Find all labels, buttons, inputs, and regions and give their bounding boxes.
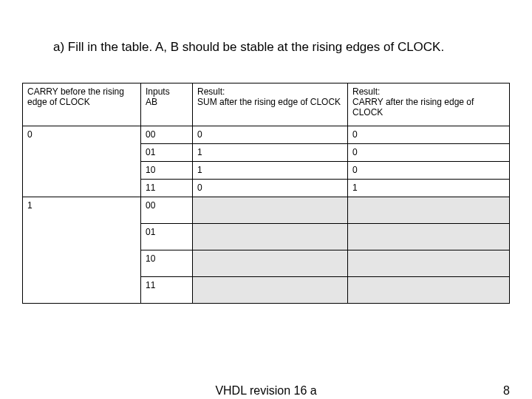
- cell-sum-blank: [193, 224, 348, 250]
- cell-carry-before-0: 0: [23, 126, 141, 197]
- cell-sum-blank: [193, 197, 348, 224]
- cell-sum: 0: [193, 180, 348, 197]
- cell-ab: 11: [141, 180, 193, 197]
- cell-carry: 0: [348, 126, 510, 144]
- header-carry-before: CARRY before the rising edge of CLOCK: [23, 83, 141, 126]
- cell-carry-blank: [348, 197, 510, 224]
- cell-sum: 1: [193, 144, 348, 162]
- cell-carry-blank: [348, 224, 510, 250]
- cell-ab: 10: [141, 250, 193, 277]
- page-number: 8: [503, 384, 510, 398]
- header-carry-after: Result: CARRY after the rising edge of C…: [348, 83, 510, 126]
- cell-carry-blank: [348, 277, 510, 304]
- cell-ab: 11: [141, 277, 193, 304]
- question-title: a) Fill in the table. A, B should be sta…: [0, 0, 532, 55]
- cell-carry: 0: [348, 144, 510, 162]
- cell-ab: 00: [141, 197, 193, 224]
- truth-table-wrapper: CARRY before the rising edge of CLOCK In…: [0, 55, 532, 304]
- cell-ab: 01: [141, 224, 193, 250]
- cell-ab: 10: [141, 162, 193, 180]
- cell-ab: 00: [141, 126, 193, 144]
- cell-sum-blank: [193, 277, 348, 304]
- cell-sum: 0: [193, 126, 348, 144]
- cell-carry-before-1: 1: [23, 197, 141, 304]
- cell-carry: 1: [348, 180, 510, 197]
- cell-sum: 1: [193, 162, 348, 180]
- cell-carry: 0: [348, 162, 510, 180]
- footer-text: VHDL revision 16 a: [215, 384, 316, 398]
- truth-table: CARRY before the rising edge of CLOCK In…: [22, 83, 510, 304]
- cell-carry-blank: [348, 250, 510, 277]
- cell-ab: 01: [141, 144, 193, 162]
- header-sum: Result: SUM after the rising edge of CLO…: [193, 83, 348, 126]
- cell-sum-blank: [193, 250, 348, 277]
- header-inputs: Inputs AB: [141, 83, 193, 126]
